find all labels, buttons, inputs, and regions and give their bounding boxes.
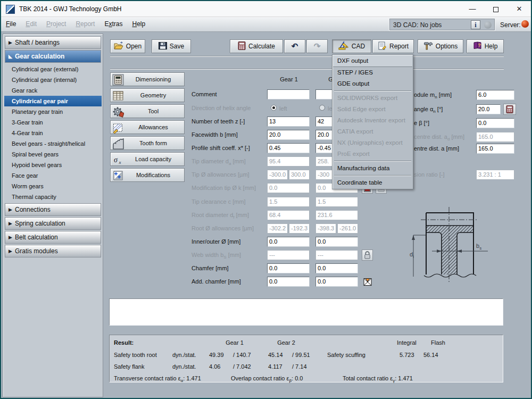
section-label: Connections: [15, 206, 51, 213]
gear2-add-chamfer-mm-input[interactable]: 0.0: [315, 277, 358, 287]
cad-menu-manufacturing-data[interactable]: Manufacturing data: [333, 163, 412, 174]
help-button[interactable]: ?Help: [467, 39, 504, 53]
menu-file[interactable]: File: [1, 17, 21, 32]
web-width-lock-icon[interactable]: [362, 250, 373, 261]
gear2-inner-outer-mm-input[interactable]: 0.0: [315, 237, 358, 247]
result-col-gear2: Gear 2: [260, 339, 313, 346]
cad-menu-step-iges[interactable]: STEP / IGES: [333, 67, 412, 78]
info-icon[interactable]: i: [471, 20, 480, 29]
sidebar-section-shaft-bearings[interactable]: ▶Shaft / bearings: [5, 36, 101, 49]
section-label: Gear calculation: [15, 53, 64, 60]
sidebar-item-cylindrical-gear-external[interactable]: Cylindrical gear (external): [4, 64, 102, 74]
gear1-comment-input[interactable]: [267, 89, 310, 99]
tab-load-capacity[interactable]: σxLoad capacity: [110, 152, 185, 166]
pressure-angle-calc-button[interactable]: [503, 104, 516, 115]
radio-dot: [272, 106, 275, 109]
collapsed-arrow-icon: ▶: [9, 231, 12, 243]
gear2-web-width-b-input: ---: [315, 250, 358, 260]
tab-modifications[interactable]: Modifications: [110, 168, 185, 182]
tab-geometry[interactable]: Geometry: [110, 88, 185, 102]
maximize-button[interactable]: [484, 1, 508, 17]
menu-extras[interactable]: Extras: [99, 17, 127, 32]
calculate-button[interactable]: Calculate: [230, 39, 283, 53]
tab-label: Geometry: [124, 92, 182, 98]
sidebar-item-cylindrical-gear-internal[interactable]: Cylindrical gear (internal): [4, 74, 102, 85]
toolbar-separator: [110, 56, 504, 57]
cad-menu-solidworks-export: SOLIDWORKS export: [333, 93, 412, 104]
tab-tool[interactable]: Tool: [110, 104, 185, 118]
gear1-chamfer-mm-input[interactable]: 0.0: [267, 263, 310, 273]
tab-dimensioning[interactable]: Dimensioning: [110, 72, 185, 86]
tooth-root-g1-dyn: 49.39: [209, 352, 224, 358]
sidebar-item-face-gear[interactable]: Face gear: [4, 170, 102, 181]
label-odule-m: odule mn [mm]: [414, 92, 473, 99]
sidebar-item-bevel-gears-straight-helical[interactable]: Bevel gears - straight/helical: [4, 138, 102, 149]
cad-dropdown-menu: DXF outputSTEP / IGESGDE outputSOLIDWORK…: [332, 54, 413, 189]
sidebar-section-spring-calculation[interactable]: ▶Spring calculation: [5, 217, 101, 230]
tooth-form-icon: [112, 138, 124, 149]
section-label: Shaft / bearings: [15, 39, 60, 46]
tab-tooth-form[interactable]: Tooth form: [110, 136, 185, 150]
sidebar-item-planetary-gear-train[interactable]: Planetary gear train: [4, 106, 102, 117]
menu-project: Project: [41, 17, 71, 32]
gear1-profile-shift-coeff-x-input[interactable]: 0.45: [267, 143, 310, 153]
result-heading: Result:: [114, 339, 134, 346]
sidebar-item-hypoid-bevel-gears[interactable]: Hypoid bevel gears: [4, 160, 102, 170]
section-label: Spring calculation: [15, 220, 65, 227]
gear2-root-diameter-d-input: 231.6: [315, 210, 358, 220]
label-web-width-b: Web width bS [mm]: [192, 252, 267, 260]
collapsed-arrow-icon: ▶: [9, 218, 12, 229]
flank-g1-dyn: 4.06: [209, 363, 220, 370]
e-input[interactable]: 0.0: [476, 118, 514, 128]
collapsed-arrow-icon: ▶: [9, 245, 12, 257]
gear1-add-chamfer-mm-input[interactable]: 0.0: [267, 277, 310, 287]
cad-menu-coordinate-table[interactable]: Coordinate table: [333, 177, 412, 188]
sidebar-item-spiral-bevel-gears[interactable]: Spiral bevel gears: [4, 149, 102, 160]
sidebar-section-connections[interactable]: ▶Connections: [5, 203, 101, 216]
calculate-icon: [238, 41, 246, 52]
cad-button[interactable]: CAD: [332, 39, 371, 53]
label-centre-dist-a: centre dist. ad [mm]: [414, 134, 473, 142]
centre-dist-a-input: 165.0: [476, 132, 514, 142]
sidebar-section-gear-calculation[interactable]: ◣Gear calculation: [5, 50, 101, 63]
gear1-facewidth-b-mm-input[interactable]: 20.0: [267, 130, 310, 140]
total-contact-ratio: Total contact ratio εγ: 1.471: [343, 375, 413, 383]
sidebar-item-cylindrical-gear-pair[interactable]: Cylindrical gear pair: [4, 96, 102, 106]
redo-icon: ↷: [314, 43, 321, 51]
menu-help[interactable]: Help: [127, 17, 150, 32]
tab-allowances[interactable]: Allowances: [110, 120, 185, 134]
flank-label: Safety flank: [114, 363, 144, 370]
options-button[interactable]: Options: [418, 39, 463, 53]
sidebar-section-belt-calculation[interactable]: ▶Belt calculation: [5, 231, 101, 244]
cad-menu-dxf-output[interactable]: DXF output: [333, 55, 412, 67]
sidebar: ▶Shaft / bearings◣Gear calculationCylind…: [3, 34, 103, 397]
angle-input[interactable]: 20.0: [476, 104, 501, 114]
gear1-number-of-teeth-z-input[interactable]: 13: [267, 117, 310, 127]
odule-m-input[interactable]: 6.0: [476, 90, 514, 100]
close-button[interactable]: ✕: [508, 1, 531, 17]
tooth-root-g2-dyn: 45.14: [268, 352, 283, 358]
gear-web-diagram: di bs: [408, 205, 514, 286]
minimize-button[interactable]: —: [461, 1, 484, 17]
menu-edit: Edit: [21, 17, 41, 32]
undo-button[interactable]: ↶: [284, 39, 305, 53]
gear2-chamfer-mm-input[interactable]: 0.0: [315, 263, 358, 273]
sidebar-item-thermal-capacity[interactable]: Thermal capacity: [4, 192, 102, 202]
tab-label: Dimensioning: [124, 76, 182, 82]
entre-dist-a-mm-input[interactable]: 165.0: [476, 144, 514, 154]
sidebar-item-worm-gears[interactable]: Worm gears: [4, 181, 102, 192]
server-label: Server:: [500, 21, 521, 29]
add-chamfer-icon[interactable]: [362, 276, 373, 287]
save-button[interactable]: Save: [152, 39, 191, 53]
sidebar-item-gear-rack[interactable]: Gear rack: [4, 85, 102, 96]
options-icon: [423, 41, 433, 52]
sidebar-section-gratis-modules[interactable]: ▶Gratis modules: [5, 245, 101, 257]
gear1-inner-outer-mm-input[interactable]: 0.0: [267, 237, 310, 247]
gear1-root-allowances-m-lower-input: -302.2: [267, 223, 288, 234]
sidebar-item-4-gear-train[interactable]: 4-Gear train: [4, 128, 102, 138]
sidebar-item-3-gear-train[interactable]: 3-Gear train: [4, 117, 102, 128]
gear2-root-allowances-m-lower-input: -398.3: [315, 223, 336, 234]
report-button[interactable]: Report: [372, 39, 414, 53]
cad-menu-gde-output[interactable]: GDE output: [333, 78, 412, 89]
open-button[interactable]: Open: [110, 39, 145, 53]
